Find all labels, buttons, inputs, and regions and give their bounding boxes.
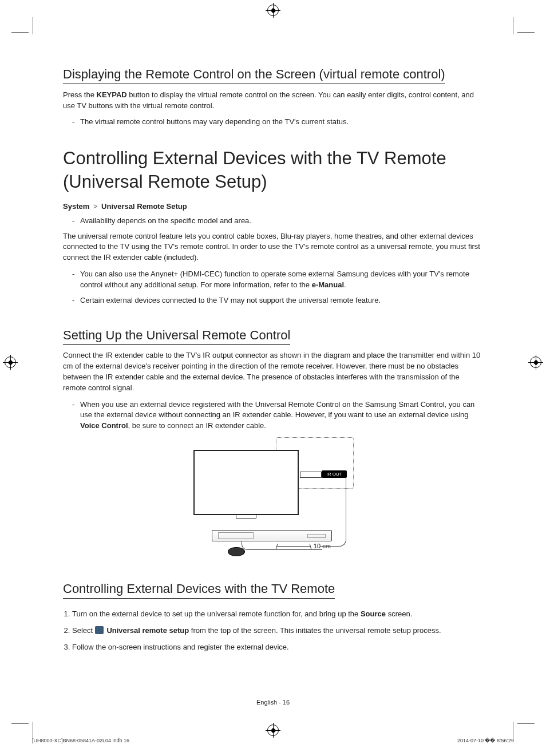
list-item: Turn on the external device to set up th… [72,609,483,620]
keypad-bold: KEYPAD [97,90,127,99]
text: Turn on the external device to set up th… [72,609,361,618]
paragraph: The universal remote control feature let… [63,231,483,264]
crop-mark [11,723,29,724]
ir-plug-icon [300,472,322,478]
text: screen. [386,609,412,618]
crop-mark [517,723,535,724]
document-filename: [UH8000-XC]BN68-05841A-02L04.indb 16 [32,738,129,743]
section-title-setup: Setting Up the Universal Remote Control [63,327,290,345]
text: from the top of the screen. This initiat… [189,626,441,635]
chevron-right-icon: > [93,202,98,211]
paragraph: Connect the IR extender cable to the TV'… [63,350,483,393]
external-device-icon [212,530,332,541]
text: Select [72,626,95,635]
paragraph: Press the KEYPAD button to display the v… [63,90,483,112]
print-timestamp: 2014-07-10 �� 8:56:29 [457,738,514,743]
text: Press the [63,90,97,99]
registration-mark-icon [267,725,279,736]
note-list: Availability depends on the specific mod… [63,216,483,227]
crop-mark [11,32,29,33]
breadcrumb-remote-setup: Universal Remote Setup [101,202,187,211]
tv-stand-icon [236,514,256,518]
ir-emitter-icon [228,547,245,556]
note-list: The virtual remote control buttons may v… [63,117,483,128]
text: When you use an external device register… [80,400,474,419]
registration-mark-icon [530,357,541,368]
steps-list: Turn on the external device to set up th… [63,609,483,653]
registration-mark-icon [267,5,279,16]
source-bold: Source [361,609,386,618]
text: . [344,280,346,289]
distance-label: 10 cm [314,543,331,549]
list-item: Availability depends on the specific mod… [72,216,483,227]
section-title-controlling: Controlling External Devices with the TV… [63,580,335,599]
crop-mark [513,722,519,739]
emanual-bold: e-Manual [312,280,344,289]
distance-indicator [277,546,310,547]
list-item: Follow the on-screen instructions and re… [72,642,483,653]
registration-mark-icon [5,357,16,368]
footer-meta: [UH8000-XC]BN68-05841A-02L04.indb 16 201… [32,738,514,743]
voice-control-bold: Voice Control [80,421,128,430]
main-title-universal-remote: Controlling External Devices with the TV… [63,147,483,193]
list-item: Certain external devices connected to th… [72,295,483,306]
list-item: You can also use the Anynet+ (HDMI-CEC) … [72,269,483,291]
list-item: When you use an external device register… [72,399,483,432]
crop-mark [27,722,33,739]
tv-icon [193,450,299,515]
text: , be sure to connect an IR extender cabl… [128,421,266,430]
list-item: The virtual remote control buttons may v… [72,117,483,128]
remote-setup-icon [95,626,104,634]
note-list: When you use an external device register… [63,399,483,432]
manual-page: Displaying the Remote Control on the Scr… [0,0,546,756]
crop-mark [517,32,535,33]
text: You can also use the Anynet+ (HDMI-CEC) … [80,270,469,289]
page-number: English - 16 [0,699,546,706]
note-list: You can also use the Anynet+ (HDMI-CEC) … [63,269,483,306]
list-item: Select Universal remote setup from the t… [72,626,483,636]
ir-extender-diagram: IR OUT 10 cm [190,436,356,568]
universal-remote-setup-bold: Universal remote setup [106,626,189,635]
menu-path: System > Universal Remote Setup [63,201,483,212]
section-title-virtual-remote: Displaying the Remote Control on the Scr… [63,66,445,84]
breadcrumb-system: System [63,202,89,211]
